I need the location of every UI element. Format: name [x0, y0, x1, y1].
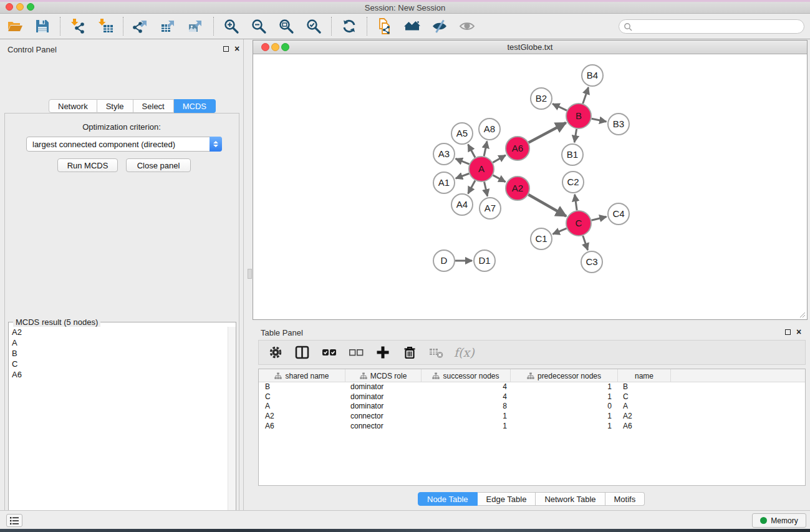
open-file-button[interactable] — [5, 16, 25, 36]
node-A4[interactable]: A4 — [451, 194, 473, 215]
column-header-successor-nodes[interactable]: successor nodes — [422, 369, 511, 382]
edge-B-B2[interactable] — [552, 104, 567, 110]
zoom-out-button[interactable] — [249, 16, 269, 36]
tab-network-table[interactable]: Network Table — [536, 492, 605, 506]
node-C3[interactable]: C3 — [581, 251, 602, 273]
node-B2[interactable]: B2 — [531, 88, 552, 109]
cell-name[interactable]: B — [618, 382, 671, 392]
table-row[interactable]: A2connector11A2 — [259, 412, 805, 422]
cell-successor-nodes[interactable]: 1 — [422, 412, 511, 422]
tab-edge-table[interactable]: Edge Table — [478, 492, 536, 506]
edge-A-A6[interactable] — [493, 155, 506, 163]
show-graphics-details-button[interactable] — [457, 16, 477, 36]
network-graph-canvas[interactable]: AA1A2A3A4A5A6A7A8BB1B2B3B4CC1C2C3C4DD1 — [253, 54, 807, 319]
cell-predecessor-nodes[interactable]: 1 — [511, 412, 618, 422]
search-box[interactable] — [619, 19, 804, 34]
cell-MCDS-role[interactable]: connector — [345, 412, 422, 422]
home-button[interactable] — [402, 16, 422, 36]
deselect-all-button[interactable] — [347, 343, 365, 362]
node-C[interactable]: C — [566, 211, 591, 236]
task-history-button[interactable] — [6, 514, 22, 527]
result-list-scrollbar[interactable] — [228, 327, 236, 532]
float-panel-icon[interactable] — [223, 46, 229, 52]
table-settings-button[interactable] — [266, 343, 285, 362]
cell-successor-nodes[interactable]: 4 — [422, 382, 511, 392]
cell-successor-nodes[interactable]: 1 — [422, 422, 511, 432]
column-header-shared-name[interactable]: shared name — [259, 369, 345, 382]
mcds-result-item[interactable]: A2 — [9, 327, 227, 337]
splitter-handle-left[interactable] — [248, 269, 252, 279]
float-panel-icon[interactable] — [785, 329, 791, 335]
import-table-button[interactable] — [95, 16, 115, 36]
column-header-predecessor-nodes[interactable]: predecessor nodes — [511, 369, 618, 382]
zoom-fit-button[interactable] — [276, 16, 296, 36]
node-A8[interactable]: A8 — [479, 118, 500, 140]
tab-motifs[interactable]: Motifs — [605, 492, 645, 506]
cell-successor-nodes[interactable]: 8 — [422, 402, 511, 412]
mcds-result-item[interactable]: A — [9, 337, 227, 348]
zoom-in-button[interactable] — [221, 16, 241, 36]
save-session-button[interactable] — [32, 16, 52, 36]
memory-button[interactable]: Memory — [752, 513, 806, 528]
cell-shared-name[interactable]: B — [259, 382, 345, 392]
column-header-name[interactable]: name — [618, 369, 671, 382]
edge-A-A7[interactable] — [485, 181, 488, 196]
cell-shared-name[interactable]: A — [259, 402, 345, 412]
cell-shared-name[interactable]: A6 — [259, 422, 345, 432]
cell-name[interactable]: A2 — [618, 412, 671, 422]
node-A[interactable]: A — [469, 157, 494, 181]
run-mcds-button[interactable]: Run MCDS — [57, 158, 118, 172]
node-A7[interactable]: A7 — [480, 198, 501, 219]
mcds-result-item[interactable]: A6 — [9, 369, 227, 380]
node-C4[interactable]: C4 — [608, 203, 629, 225]
tab-style[interactable]: Style — [97, 99, 133, 113]
column-chooser-button[interactable] — [293, 343, 312, 362]
edge-A-A5[interactable] — [468, 145, 475, 158]
delete-column-button[interactable] — [400, 343, 419, 362]
edge-B-B4[interactable] — [583, 87, 589, 104]
cell-predecessor-nodes[interactable]: 1 — [511, 382, 618, 392]
hide-graphics-details-button[interactable] — [430, 16, 450, 36]
cell-predecessor-nodes[interactable]: 0 — [511, 402, 618, 412]
resize-grip-icon[interactable] — [798, 311, 806, 318]
export-table-button[interactable] — [158, 16, 178, 36]
import-network-button[interactable] — [68, 16, 88, 36]
search-input[interactable] — [632, 21, 804, 32]
cell-shared-name[interactable]: A2 — [259, 412, 345, 422]
tab-select[interactable]: Select — [133, 99, 174, 113]
edge-C-C3[interactable] — [583, 236, 588, 250]
edge-B-B1[interactable] — [574, 129, 576, 143]
edge-A-A2[interactable] — [493, 175, 506, 182]
tab-network[interactable]: Network — [49, 99, 97, 113]
node-C1[interactable]: C1 — [531, 228, 552, 249]
cell-predecessor-nodes[interactable]: 1 — [511, 422, 618, 432]
mcds-result-item[interactable]: C — [9, 359, 227, 369]
table-row[interactable]: Bdominator41B — [259, 382, 805, 392]
zoom-selected-button[interactable] — [304, 16, 324, 36]
cell-name[interactable]: A6 — [618, 422, 671, 432]
cell-MCDS-role[interactable]: connector — [345, 422, 422, 432]
table-row[interactable]: Cdominator41C — [259, 392, 805, 402]
node-A2[interactable]: A2 — [506, 177, 529, 200]
cell-predecessor-nodes[interactable]: 1 — [511, 392, 618, 402]
edge-A-A1[interactable] — [456, 173, 470, 178]
tab-mcds[interactable]: MCDS — [174, 99, 216, 113]
edge-C-C2[interactable] — [575, 195, 577, 210]
edge-A6-B[interactable] — [529, 123, 566, 143]
table-row[interactable]: Adominator80A — [259, 402, 805, 412]
edge-A2-C[interactable] — [528, 195, 566, 216]
export-network-button[interactable] — [131, 16, 151, 36]
column-header-MCDS-role[interactable]: MCDS role — [345, 369, 422, 382]
node-D[interactable]: D — [433, 250, 455, 271]
node-B4[interactable]: B4 — [582, 65, 603, 86]
select-all-button[interactable] — [320, 343, 339, 362]
edge-A-A8[interactable] — [484, 142, 487, 157]
add-column-button[interactable] — [374, 343, 392, 362]
tab-node-table[interactable]: Node Table — [418, 492, 478, 506]
close-panel-icon[interactable]: × — [234, 46, 239, 52]
edge-C-C1[interactable] — [552, 228, 566, 234]
refresh-button[interactable] — [339, 16, 359, 36]
cell-name[interactable]: C — [618, 392, 671, 402]
cell-name[interactable]: A — [618, 402, 671, 412]
node-B3[interactable]: B3 — [608, 114, 629, 135]
